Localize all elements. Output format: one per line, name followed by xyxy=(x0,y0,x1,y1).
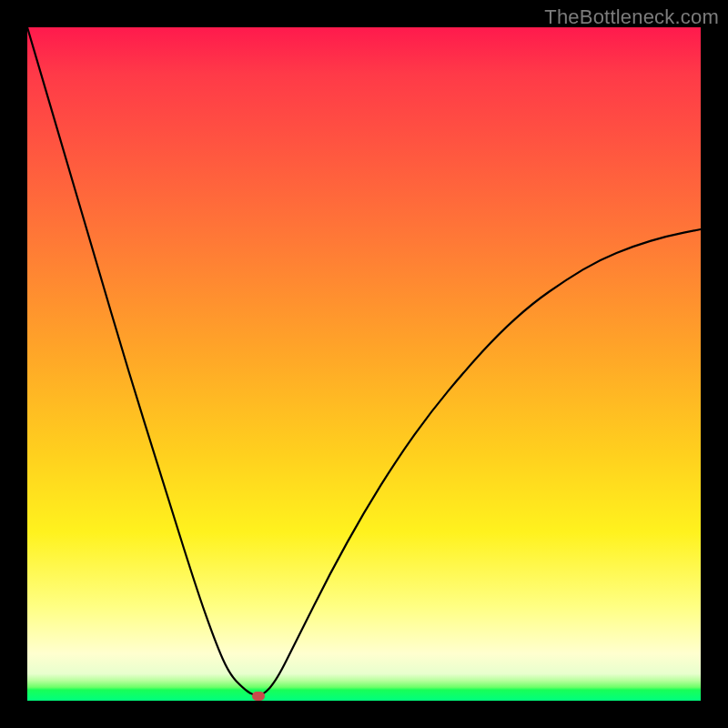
plot-area xyxy=(27,27,701,701)
outer-frame: TheBottleneck.com xyxy=(0,0,728,728)
bottleneck-curve xyxy=(27,27,701,701)
min-marker xyxy=(252,692,265,701)
watermark-text: TheBottleneck.com xyxy=(544,5,719,29)
curve-path xyxy=(27,27,701,695)
